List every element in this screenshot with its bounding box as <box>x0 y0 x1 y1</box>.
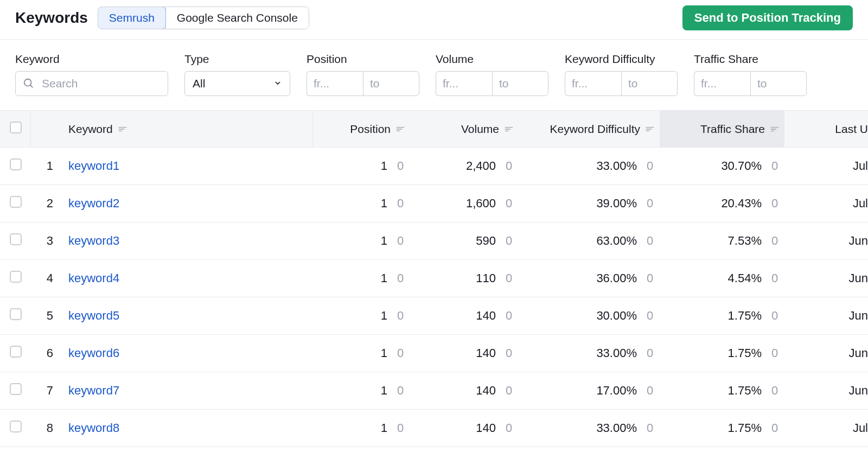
volume-delta: 0 <box>506 271 513 285</box>
position-delta: 0 <box>397 421 405 435</box>
position-value: 1 <box>381 346 387 360</box>
position-from-input[interactable] <box>307 71 363 96</box>
row-checkbox[interactable] <box>10 308 22 320</box>
row-checkbox[interactable] <box>10 196 22 208</box>
row-checkbox[interactable] <box>10 233 22 245</box>
search-input[interactable] <box>15 71 168 96</box>
ts-value: 20.43% <box>721 196 762 211</box>
select-all-checkbox[interactable] <box>10 122 22 133</box>
position-value: 1 <box>381 384 387 398</box>
ts-value: 4.54% <box>728 271 762 285</box>
volume-value: 590 <box>476 234 496 248</box>
filter-ts-label: Traffic Share <box>694 53 807 66</box>
tab-semrush[interactable]: Semrush <box>98 7 166 29</box>
tab-google-search-console[interactable]: Google Search Console <box>165 7 309 29</box>
keyword-link[interactable]: keyword7 <box>68 384 119 397</box>
position-value: 1 <box>381 421 387 435</box>
row-checkbox[interactable] <box>10 383 22 395</box>
volume-to-input[interactable] <box>492 71 548 96</box>
position-delta: 0 <box>397 309 405 323</box>
keywords-table: Keyword Position Volume Keyword Difficul… <box>0 110 868 447</box>
table-row: 4keyword410110036.00%04.54%0Jun <box>0 260 868 297</box>
col-traffic-share-header[interactable]: Traffic Share <box>660 111 784 148</box>
table-row: 8keyword810140033.00%01.75%0Jul <box>0 410 868 447</box>
chevron-down-icon <box>273 77 282 90</box>
ts-delta: 0 <box>771 421 779 435</box>
filter-volume-label: Volume <box>436 53 548 66</box>
kd-value: 33.00% <box>596 346 637 360</box>
keyword-link[interactable]: keyword2 <box>68 196 119 210</box>
row-index: 3 <box>30 222 63 260</box>
col-volume-header[interactable]: Volume <box>410 111 519 148</box>
filter-type-label: Type <box>184 53 290 66</box>
ts-value: 7.53% <box>728 234 762 248</box>
position-delta: 0 <box>397 234 405 248</box>
ts-delta: 0 <box>771 384 779 398</box>
ts-value: 30.70% <box>721 159 762 173</box>
ts-delta: 0 <box>771 346 779 360</box>
kd-value: 39.00% <box>596 196 637 211</box>
sort-icon <box>505 123 513 136</box>
ts-delta: 0 <box>771 159 779 173</box>
keyword-link[interactable]: keyword6 <box>68 346 119 360</box>
ts-from-input[interactable] <box>694 71 750 96</box>
position-delta: 0 <box>397 346 405 360</box>
sort-icon <box>646 123 654 136</box>
kd-delta: 0 <box>647 234 654 248</box>
volume-from-input[interactable] <box>436 71 492 96</box>
last-update-value: Jul <box>784 148 868 185</box>
volume-value: 2,400 <box>466 159 496 173</box>
row-index: 5 <box>30 297 63 335</box>
position-value: 1 <box>381 309 387 323</box>
keyword-link[interactable]: keyword8 <box>68 421 119 435</box>
svg-line-1 <box>30 85 33 88</box>
send-to-position-tracking-button[interactable]: Send to Position Tracking <box>682 5 853 30</box>
row-checkbox[interactable] <box>10 158 22 170</box>
table-row: 1keyword1102,400033.00%030.70%0Jul <box>0 148 868 185</box>
volume-delta: 0 <box>506 309 513 323</box>
col-last-header[interactable]: Last U <box>784 111 868 148</box>
last-update-value: Jun <box>784 222 868 260</box>
col-kd-header[interactable]: Keyword Difficulty <box>519 111 660 148</box>
filter-keyword-label: Keyword <box>15 53 168 66</box>
last-update-value: Jun <box>784 372 868 410</box>
position-to-input[interactable] <box>363 71 419 96</box>
row-checkbox[interactable] <box>10 346 22 358</box>
kd-from-input[interactable] <box>565 71 621 96</box>
ts-delta: 0 <box>771 271 779 285</box>
row-checkbox[interactable] <box>10 421 22 432</box>
row-index: 1 <box>30 148 63 185</box>
col-position-header[interactable]: Position <box>312 111 410 148</box>
ts-delta: 0 <box>771 196 779 211</box>
position-value: 1 <box>381 271 387 285</box>
kd-to-input[interactable] <box>621 71 678 96</box>
keyword-link[interactable]: keyword5 <box>68 309 119 322</box>
ts-value: 1.75% <box>728 346 762 360</box>
position-value: 1 <box>381 196 387 211</box>
row-index: 4 <box>30 260 63 297</box>
volume-value: 110 <box>476 271 496 285</box>
keyword-link[interactable]: keyword1 <box>68 159 119 173</box>
kd-delta: 0 <box>647 196 654 211</box>
last-update-value: Jun <box>784 335 868 372</box>
ts-delta: 0 <box>771 234 779 248</box>
kd-delta: 0 <box>647 271 654 285</box>
volume-value: 140 <box>476 346 496 360</box>
row-checkbox[interactable] <box>10 271 22 283</box>
filter-kd-label: Keyword Difficulty <box>565 53 678 66</box>
col-keyword-header[interactable]: Keyword <box>63 111 312 148</box>
kd-value: 36.00% <box>596 271 637 285</box>
kd-delta: 0 <box>647 421 654 435</box>
sort-icon <box>770 123 779 136</box>
keyword-link[interactable]: keyword3 <box>68 234 119 247</box>
ts-to-input[interactable] <box>750 71 807 96</box>
keyword-link[interactable]: keyword4 <box>68 271 119 285</box>
last-update-value: Jul <box>784 185 868 222</box>
type-select[interactable]: All <box>184 71 290 96</box>
last-update-value: Jun <box>784 297 868 335</box>
kd-delta: 0 <box>647 346 654 360</box>
position-value: 1 <box>381 159 387 173</box>
volume-value: 140 <box>476 309 496 323</box>
kd-value: 17.00% <box>596 384 637 398</box>
table-row: 3keyword310590063.00%07.53%0Jun <box>0 222 868 260</box>
